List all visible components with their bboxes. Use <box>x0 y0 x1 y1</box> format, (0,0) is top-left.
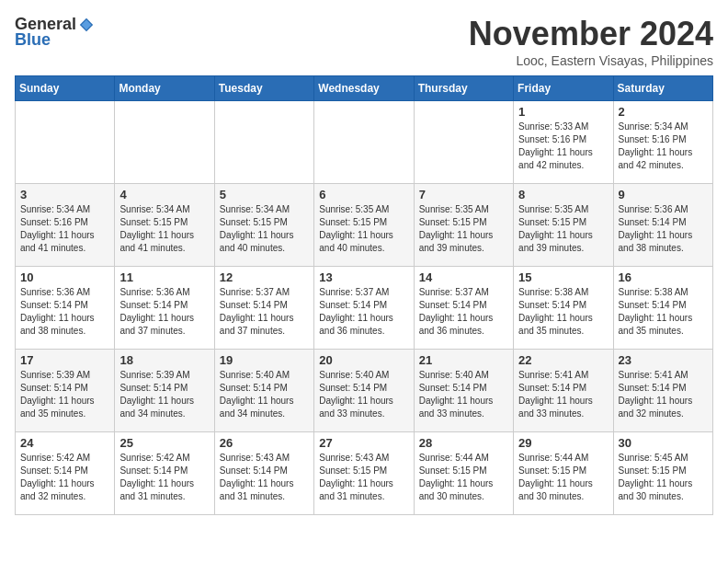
day-number: 14 <box>419 270 508 284</box>
calendar-week-4: 17Sunrise: 5:39 AM Sunset: 5:14 PM Dayli… <box>16 350 713 432</box>
calendar-cell: 12Sunrise: 5:37 AM Sunset: 5:14 PM Dayli… <box>214 267 313 350</box>
calendar-cell: 8Sunrise: 5:35 AM Sunset: 5:15 PM Daylig… <box>514 184 613 267</box>
day-number: 25 <box>119 436 209 450</box>
calendar-week-1: 1Sunrise: 5:33 AM Sunset: 5:16 PM Daylig… <box>16 101 713 184</box>
calendar-cell: 23Sunrise: 5:41 AM Sunset: 5:14 PM Dayli… <box>613 350 712 432</box>
day-info: Sunrise: 5:38 AM Sunset: 5:14 PM Dayligh… <box>518 286 608 338</box>
calendar-cell: 26Sunrise: 5:43 AM Sunset: 5:14 PM Dayli… <box>214 432 313 515</box>
calendar-cell: 13Sunrise: 5:37 AM Sunset: 5:14 PM Dayli… <box>314 267 414 350</box>
day-number: 22 <box>518 353 608 367</box>
day-number: 4 <box>119 188 209 201</box>
calendar-cell: 27Sunrise: 5:43 AM Sunset: 5:15 PM Dayli… <box>314 432 414 515</box>
title-section: November 2024 Looc, Eastern Visayas, Phi… <box>469 15 713 68</box>
day-info: Sunrise: 5:40 AM Sunset: 5:14 PM Dayligh… <box>419 369 508 420</box>
calendar-cell: 18Sunrise: 5:39 AM Sunset: 5:14 PM Dayli… <box>115 350 214 432</box>
day-info: Sunrise: 5:37 AM Sunset: 5:14 PM Dayligh… <box>220 286 309 338</box>
calendar-cell: 1Sunrise: 5:33 AM Sunset: 5:16 PM Daylig… <box>514 101 613 184</box>
calendar-cell <box>314 101 414 184</box>
day-number: 20 <box>319 353 408 367</box>
logo-icon <box>78 17 95 33</box>
calendar-cell: 5Sunrise: 5:34 AM Sunset: 5:15 PM Daylig… <box>214 184 313 267</box>
day-number: 8 <box>518 188 608 201</box>
calendar-cell: 9Sunrise: 5:36 AM Sunset: 5:14 PM Daylig… <box>613 184 712 267</box>
calendar-cell: 15Sunrise: 5:38 AM Sunset: 5:14 PM Dayli… <box>514 267 613 350</box>
svg-marker-1 <box>82 19 92 29</box>
calendar-cell: 2Sunrise: 5:34 AM Sunset: 5:16 PM Daylig… <box>613 101 712 184</box>
day-info: Sunrise: 5:34 AM Sunset: 5:16 PM Dayligh… <box>619 121 708 172</box>
calendar-cell: 7Sunrise: 5:35 AM Sunset: 5:15 PM Daylig… <box>414 184 513 267</box>
day-info: Sunrise: 5:36 AM Sunset: 5:14 PM Dayligh… <box>20 286 109 338</box>
logo-blue-text: Blue <box>15 30 51 50</box>
day-header-wednesday: Wednesday <box>314 76 414 101</box>
logo: General Blue <box>15 15 95 50</box>
day-number: 5 <box>220 188 309 201</box>
day-info: Sunrise: 5:36 AM Sunset: 5:14 PM Dayligh… <box>119 286 209 338</box>
calendar-cell: 19Sunrise: 5:40 AM Sunset: 5:14 PM Dayli… <box>214 350 313 432</box>
month-title: November 2024 <box>469 15 713 53</box>
calendar-cell <box>115 101 214 184</box>
day-info: Sunrise: 5:44 AM Sunset: 5:15 PM Dayligh… <box>419 452 508 503</box>
day-number: 27 <box>319 436 408 450</box>
calendar-week-3: 10Sunrise: 5:36 AM Sunset: 5:14 PM Dayli… <box>16 267 713 350</box>
day-info: Sunrise: 5:40 AM Sunset: 5:14 PM Dayligh… <box>220 369 309 420</box>
calendar-cell: 4Sunrise: 5:34 AM Sunset: 5:15 PM Daylig… <box>115 184 214 267</box>
calendar-cell: 28Sunrise: 5:44 AM Sunset: 5:15 PM Dayli… <box>414 432 513 515</box>
day-header-monday: Monday <box>115 76 214 101</box>
day-number: 10 <box>20 270 109 284</box>
calendar-week-2: 3Sunrise: 5:34 AM Sunset: 5:16 PM Daylig… <box>16 184 713 267</box>
day-info: Sunrise: 5:42 AM Sunset: 5:14 PM Dayligh… <box>20 452 109 503</box>
day-number: 29 <box>518 436 608 450</box>
day-info: Sunrise: 5:34 AM Sunset: 5:15 PM Dayligh… <box>220 203 309 255</box>
day-number: 17 <box>20 353 109 367</box>
calendar-cell: 21Sunrise: 5:40 AM Sunset: 5:14 PM Dayli… <box>414 350 513 432</box>
day-number: 26 <box>220 436 309 450</box>
day-info: Sunrise: 5:39 AM Sunset: 5:14 PM Dayligh… <box>119 369 209 420</box>
day-number: 1 <box>518 105 608 119</box>
day-number: 9 <box>619 188 708 201</box>
day-number: 24 <box>20 436 109 450</box>
calendar-cell: 17Sunrise: 5:39 AM Sunset: 5:14 PM Dayli… <box>16 350 115 432</box>
day-info: Sunrise: 5:33 AM Sunset: 5:16 PM Dayligh… <box>518 121 608 172</box>
calendar-cell <box>214 101 313 184</box>
calendar-cell: 29Sunrise: 5:44 AM Sunset: 5:15 PM Dayli… <box>514 432 613 515</box>
day-number: 13 <box>319 270 408 284</box>
calendar-cell: 30Sunrise: 5:45 AM Sunset: 5:15 PM Dayli… <box>613 432 712 515</box>
location-text: Looc, Eastern Visayas, Philippines <box>469 53 713 68</box>
day-info: Sunrise: 5:35 AM Sunset: 5:15 PM Dayligh… <box>319 203 408 255</box>
page-header: General Blue November 2024 Looc, Eastern… <box>15 15 713 68</box>
calendar-cell <box>16 101 115 184</box>
calendar-cell: 11Sunrise: 5:36 AM Sunset: 5:14 PM Dayli… <box>115 267 214 350</box>
day-number: 3 <box>20 188 109 201</box>
day-info: Sunrise: 5:42 AM Sunset: 5:14 PM Dayligh… <box>119 452 209 503</box>
day-info: Sunrise: 5:43 AM Sunset: 5:14 PM Dayligh… <box>220 452 309 503</box>
day-header-friday: Friday <box>514 76 613 101</box>
day-number: 2 <box>619 105 708 119</box>
calendar-cell <box>414 101 513 184</box>
day-info: Sunrise: 5:36 AM Sunset: 5:14 PM Dayligh… <box>619 203 708 255</box>
calendar-cell: 6Sunrise: 5:35 AM Sunset: 5:15 PM Daylig… <box>314 184 414 267</box>
day-number: 28 <box>419 436 508 450</box>
day-header-saturday: Saturday <box>613 76 712 101</box>
calendar-cell: 24Sunrise: 5:42 AM Sunset: 5:14 PM Dayli… <box>16 432 115 515</box>
day-number: 16 <box>619 270 708 284</box>
calendar-cell: 20Sunrise: 5:40 AM Sunset: 5:14 PM Dayli… <box>314 350 414 432</box>
day-info: Sunrise: 5:44 AM Sunset: 5:15 PM Dayligh… <box>518 452 608 503</box>
day-number: 19 <box>220 353 309 367</box>
calendar-cell: 16Sunrise: 5:38 AM Sunset: 5:14 PM Dayli… <box>613 267 712 350</box>
day-header-thursday: Thursday <box>414 76 513 101</box>
calendar-week-5: 24Sunrise: 5:42 AM Sunset: 5:14 PM Dayli… <box>16 432 713 515</box>
day-number: 23 <box>619 353 708 367</box>
day-info: Sunrise: 5:43 AM Sunset: 5:15 PM Dayligh… <box>319 452 408 503</box>
day-number: 12 <box>220 270 309 284</box>
day-info: Sunrise: 5:40 AM Sunset: 5:14 PM Dayligh… <box>319 369 408 420</box>
day-info: Sunrise: 5:37 AM Sunset: 5:14 PM Dayligh… <box>319 286 408 338</box>
day-header-sunday: Sunday <box>16 76 115 101</box>
day-number: 18 <box>119 353 209 367</box>
day-number: 6 <box>319 188 408 201</box>
day-info: Sunrise: 5:45 AM Sunset: 5:15 PM Dayligh… <box>619 452 708 503</box>
day-info: Sunrise: 5:38 AM Sunset: 5:14 PM Dayligh… <box>619 286 708 338</box>
day-number: 11 <box>119 270 209 284</box>
calendar-cell: 3Sunrise: 5:34 AM Sunset: 5:16 PM Daylig… <box>16 184 115 267</box>
day-info: Sunrise: 5:41 AM Sunset: 5:14 PM Dayligh… <box>518 369 608 420</box>
day-info: Sunrise: 5:37 AM Sunset: 5:14 PM Dayligh… <box>419 286 508 338</box>
